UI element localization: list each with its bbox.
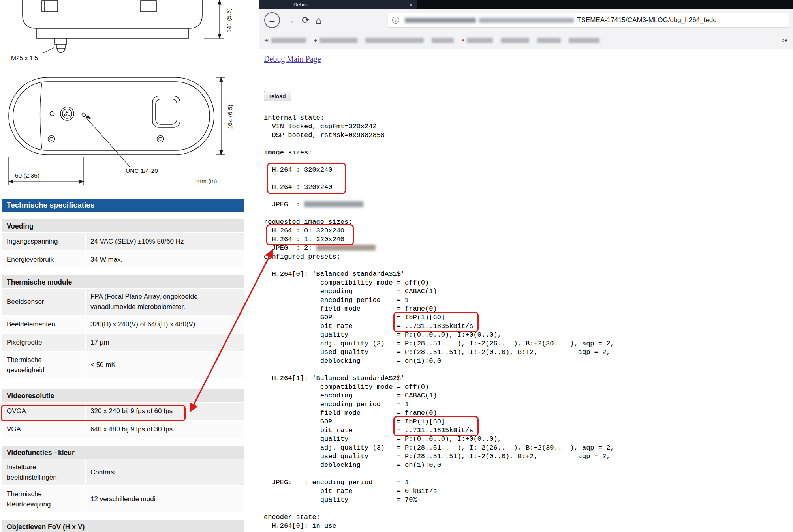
spec-value: < 50 mK [86,352,244,378]
debug-main-page-link[interactable]: Debug Main Page [264,54,321,64]
dim-label-60: 60 (2.36) [15,172,39,179]
debug-block-requested-sizes: requested image sizes: H.264 : 0: 320x24… [264,209,789,244]
spec-row: VGA 640 x 480 bij 9 fps of 30 fps [2,421,244,439]
page-content: Debug Main Page reload internal state: V… [259,50,793,532]
spec-value: 640 x 480 bij 9 fps of 30 fps [86,421,244,438]
section-header-videofuncties: Videofuncties - kleur [2,446,244,459]
page-reload-button[interactable]: ⟳ [302,15,310,26]
gland-label: M25 x 1.5 [11,54,38,61]
redacted-bookmark-label [319,38,357,43]
forward-button[interactable]: → [285,15,295,26]
spec-label: Instelbare beeldinstellingen [2,459,86,485]
bookmark-favicon: ● [314,37,317,43]
redacted-bookmark-label [569,38,599,43]
tab-close-icon[interactable]: × [409,2,413,8]
spec-label: Beeldelementen [2,316,86,333]
section-header-voeding: Voeding [2,219,244,233]
spec-label: Thermische gevoeligheid [2,352,86,378]
dim-label-164: 164 (6.5) [227,105,233,129]
redacted-jpeg-value [304,201,363,207]
spec-label: Energieverbruik [2,251,86,268]
camera-dimension-drawing: 141 (5.6) M25 x 1.5 [0,0,248,197]
bookmark-item[interactable] [537,38,561,43]
redacted-bookmark-label [432,38,454,43]
spec-value: 320(H) x 240(V) of 640(H) x 480(V) [86,316,244,333]
section-header-objectieven: Objectieven FoV (H x V) [2,520,244,532]
browser-tab-debug[interactable]: Debug × [259,0,417,9]
tab-title: Debug [293,2,308,7]
redacted-bookmark-label [537,38,561,43]
datasheet-panel: 141 (5.6) M25 x 1.5 [0,0,248,532]
spec-row: Beeldelementen 320(H) x 240(V) of 640(H)… [2,316,244,334]
info-icon[interactable]: i [392,17,399,24]
browser-window: Debug × ← → ⟳ ⌂ i TSEMEA-17415/CAM3-MLOG… [259,0,793,532]
spec-row: Pixelgrootte 17 µm [2,334,244,352]
bookmark-item[interactable]: ⊞ [264,37,306,43]
spec-label: QVGA [2,403,86,420]
redacted-bookmark-label [467,38,493,43]
redacted-url-segment [479,18,574,23]
debug-block-internal-state: internal state: VIN locked, capFmt=320x2… [264,114,789,200]
spec-table: Technische specificaties Voeding Ingangs… [2,199,244,532]
bookmark-item[interactable] [365,38,424,43]
reload-icon: ⟳ [302,15,310,25]
home-button[interactable]: ⌂ [316,15,321,26]
spec-value: 17 µm [86,334,244,351]
units-label: mm (in) [196,178,217,184]
redacted-bookmark-label [501,38,529,43]
redacted-bookmark-label [365,38,424,43]
bookmark-item[interactable]: ● [462,38,493,43]
tab-bar: Debug × [259,0,793,9]
spec-label: Ingangsspanning [2,233,86,250]
spec-value: FPA (Focal Plane Array, ongekoelde vanad… [86,289,244,315]
bookmarks-toolbar: ⊞ ● ● de [259,32,793,49]
back-button[interactable]: ← [264,12,280,28]
forward-arrow-icon: → [285,15,295,26]
jpeg-size-prefix: JPEG : [264,201,304,208]
dim-label-141: 141 (5.6) [225,8,232,33]
spec-value: 34 W max. [86,251,244,268]
redacted-bookmark-label [271,38,306,43]
spec-label: Pixelgrootte [2,334,86,351]
bookmark-item[interactable]: ● [314,37,357,43]
spec-row: Thermische gevoeligheid < 50 mK [2,352,244,379]
spec-row: Beeldsensor FPA (Focal Plane Array, onge… [2,289,244,316]
spec-value: 320 x 240 bij 9 fps of 60 fps [86,403,244,420]
back-arrow-icon: ← [268,15,276,25]
section-header-thermische-module: Thermische module [2,275,244,289]
spec-row-qvga: QVGA 320 x 240 bij 9 fps of 60 fps [2,403,244,421]
spec-table-title: Technische specificaties [2,199,244,212]
spec-row: Instelbare beeldinstellingen Contrast [2,459,244,486]
reload-button[interactable]: reload [264,91,291,101]
redacted-url-segment [405,18,476,23]
spec-row: Thermische kleurtoewijzing 12 verschille… [2,486,244,513]
bookmark-item[interactable] [501,38,529,43]
spec-value: 12 verschillende modi [86,486,244,512]
spec-label: Beeldsensor [2,289,86,315]
debug-block-presets: configured presets: H.264[0]: 'Balanced … [264,253,789,532]
jpeg-requested-prefix: JPEG : 2: [264,244,316,252]
redacted-jpeg-value [316,245,376,251]
url-text: TSEMEA-17415/CAM3-MLOG/dbg_h264_fedc [577,16,716,24]
spec-value: 24 VAC (SELV) ±10% 50/60 Hz [86,233,244,250]
bookmark-favicon-red: ● [462,38,464,43]
mount-label: UNC 1/4-20 [126,167,158,174]
bookmark-item[interactable] [432,38,454,43]
url-bar[interactable]: i TSEMEA-17415/CAM3-MLOG/dbg_h264_fedc [388,13,789,28]
bookmark-grid-icon: ⊞ [264,37,269,43]
navigation-toolbar: ← → ⟳ ⌂ i TSEMEA-17415/CAM3-MLOG/dbg_h26… [259,9,793,32]
debug-line-jpeg-size: JPEG : [264,200,789,209]
spec-row: Energieverbruik 34 W max. [2,251,244,269]
home-icon: ⌂ [316,15,321,26]
debug-line-jpeg-requested: JPEG : 2: [264,244,789,253]
bookmark-overflow-text: de [781,37,787,43]
spec-value: Contrast [86,459,244,485]
spec-row: Ingangsspanning 24 VAC (SELV) ±10% 50/60… [2,233,244,251]
section-header-videoresolutie: Videoresolutie [2,389,244,403]
spec-label: VGA [2,421,86,438]
bookmark-item[interactable] [569,38,599,43]
spec-label: Thermische kleurtoewijzing [2,486,86,512]
debug-output: internal state: VIN locked, capFmt=320x2… [264,114,789,532]
